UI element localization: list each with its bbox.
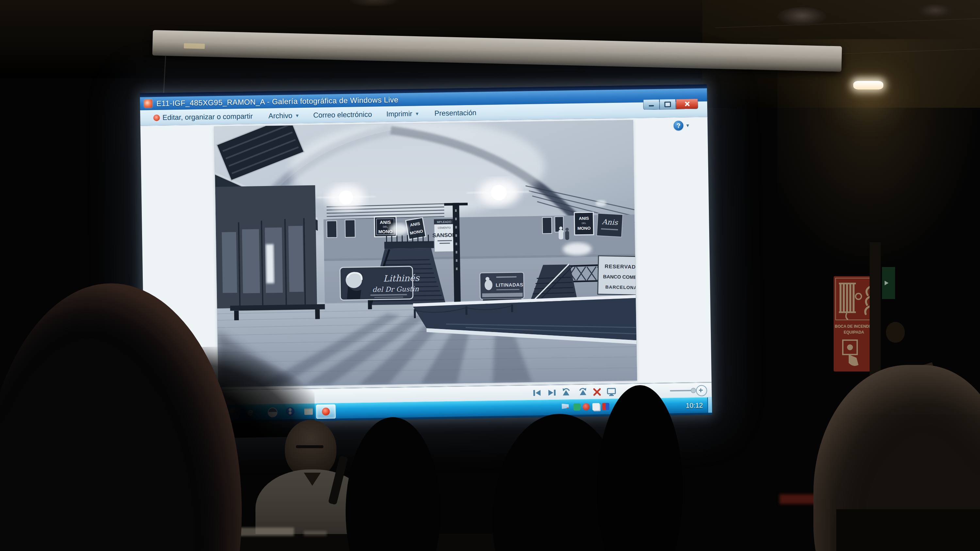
anis-del-mono-sign: ANIS DEL MONO: [574, 212, 593, 235]
minimize-button[interactable]: [643, 100, 660, 110]
gallery-flower-icon: [153, 114, 160, 121]
menu-imprimir[interactable]: Imprimir ▼: [386, 110, 420, 119]
svg-text:CEMENTO: CEMENTO: [438, 226, 451, 229]
kiosk: [215, 170, 325, 321]
exit-direction-sign: [882, 267, 895, 299]
svg-text:RESERVADO: RESERVADO: [605, 264, 637, 270]
audience-shoulder: [836, 509, 980, 551]
svg-text:Lithinés: Lithinés: [383, 273, 420, 283]
next-button[interactable]: [547, 388, 557, 398]
fire-hose-sign: BOCA DE INCENDIO EQUIPADA: [834, 276, 874, 372]
help-button[interactable]: ? ▼: [674, 121, 690, 130]
tray-green-icon[interactable]: [573, 403, 581, 411]
zoom-slider[interactable]: [670, 390, 694, 391]
svg-text:BANCO COMERC: BANCO COMERC: [603, 274, 637, 280]
close-button[interactable]: [676, 99, 698, 110]
svg-text:del Dr Gustin: del Dr Gustin: [372, 285, 419, 294]
svg-text:ANIS: ANIS: [579, 216, 589, 221]
projection-screen: E11-IGF_485XG95_RAMON_A - Galería fotogr…: [140, 84, 712, 423]
show-desktop-button[interactable]: [707, 397, 712, 413]
photo-gallery-icon: [322, 408, 329, 416]
svg-text:SANSON: SANSON: [433, 232, 457, 238]
maximize-button[interactable]: [660, 99, 676, 110]
zoom-slider-knob[interactable]: [691, 388, 696, 393]
svg-text:LITINADAS: LITINADAS: [496, 282, 523, 287]
rotate-left-button[interactable]: [561, 387, 571, 397]
delete-button[interactable]: [592, 387, 602, 397]
reservado-sign: RESERVADO BANCO COMERC BARCELONA: [598, 256, 637, 295]
speaker-glasses: [296, 445, 323, 448]
lithines-billboard: Lithinés del Dr Gustin: [340, 266, 420, 300]
help-icon: ?: [674, 121, 683, 130]
window-controls: [643, 99, 698, 110]
photo-gallery-app-icon: [144, 99, 152, 108]
housing-label: [184, 43, 205, 49]
wall-pole: [870, 242, 881, 383]
action-center-icon[interactable]: [562, 403, 569, 411]
recessed-ceiling-light: [778, 7, 826, 26]
slideshow-display-button[interactable]: [606, 387, 616, 397]
tray-red-icon[interactable]: [582, 403, 590, 410]
chevron-down-icon: ▼: [295, 113, 299, 118]
chevron-down-icon: ▼: [415, 111, 420, 116]
papers: [234, 527, 294, 536]
litinadas-billboard: LITINADAS: [480, 272, 524, 299]
chevron-down-icon: ▼: [685, 123, 690, 128]
taskbar-clock[interactable]: 10:12: [681, 398, 708, 414]
rotate-right-button[interactable]: [578, 387, 587, 397]
menu-archivo[interactable]: Archivo ▼: [268, 111, 299, 120]
sanson-billboard: MPLEADO CEMENTO SANSON: [432, 219, 457, 252]
speaker-collar: [304, 473, 321, 486]
wall-light-glow: [778, 39, 980, 268]
svg-text:DEL: DEL: [383, 225, 388, 229]
wall-lamp: [853, 81, 883, 89]
menu-edit-organize-share[interactable]: Editar, organizar o compartir: [153, 112, 253, 122]
svg-text:Anis: Anis: [601, 218, 618, 227]
previous-button[interactable]: [532, 388, 542, 398]
recessed-ceiling-light: [917, 4, 953, 18]
svg-text:ANIS: ANIS: [380, 220, 391, 225]
svg-text:MPLEADO: MPLEADO: [437, 220, 451, 224]
zoom-icon[interactable]: [696, 385, 707, 397]
window-title: E11-IGF_485XG95_RAMON_A - Galería fotogr…: [156, 95, 398, 108]
wall-speaker: [886, 322, 905, 343]
menu-presentacion[interactable]: Presentación: [434, 109, 477, 118]
papers: [304, 531, 327, 536]
svg-text:MONO: MONO: [578, 226, 591, 231]
tray-split-icon[interactable]: [602, 403, 609, 410]
menu-correo-electronico[interactable]: Correo electrónico: [313, 110, 372, 120]
photo-gallery-taskbar-button[interactable]: [316, 404, 336, 419]
svg-text:BARCELONA: BARCELONA: [605, 284, 637, 290]
arrow-icon: [885, 281, 889, 285]
tray-pages-icon[interactable]: [592, 403, 600, 410]
svg-text:DEL: DEL: [582, 222, 586, 224]
audience-head: [345, 417, 440, 551]
room-scene: E11-IGF_485XG95_RAMON_A - Galería fotogr…: [0, 0, 980, 551]
anis-cursive-poster: Anis: [597, 213, 623, 237]
